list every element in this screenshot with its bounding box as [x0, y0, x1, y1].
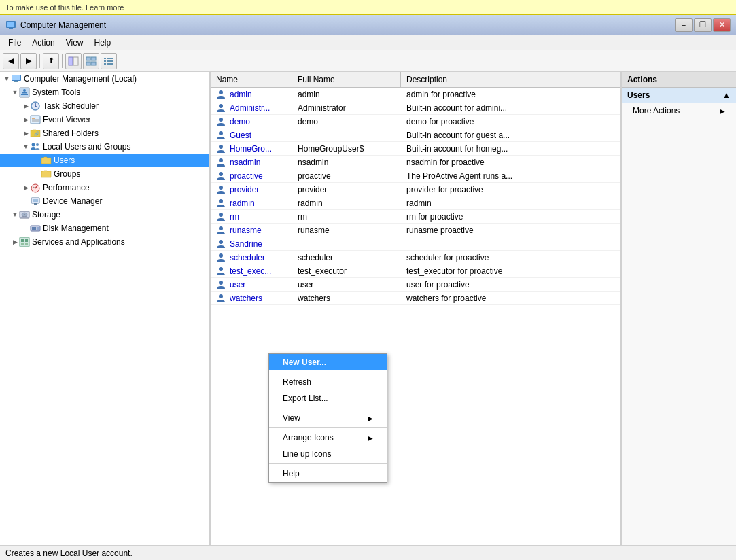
- list-cell-description: watchers for proactive: [401, 292, 620, 304]
- list-row[interactable]: GuestBuilt-in account for guest a...: [211, 128, 620, 142]
- list-cell-name: watchers: [211, 292, 292, 304]
- expand-performance[interactable]: ▶: [22, 183, 30, 192]
- context-menu-separator: [269, 372, 387, 372]
- list-row[interactable]: demodemodemo for proactive: [211, 115, 620, 128]
- list-row[interactable]: radminradminradmin: [211, 196, 620, 210]
- svg-rect-22: [22, 92, 27, 94]
- context-menu-item-label: Line up Icons: [283, 449, 331, 459]
- list-cell-name-text: nsadmin: [230, 158, 260, 167]
- tree-item-disk-management[interactable]: Disk Management: [0, 222, 209, 235]
- tree-item-local-users[interactable]: ▼ Local Users and Groups: [0, 140, 209, 154]
- svg-rect-10: [104, 58, 106, 59]
- tree-item-services-apps[interactable]: ▶ Services and Applications: [0, 235, 209, 249]
- list-row[interactable]: schedulerschedulerscheduler for proactiv…: [211, 251, 620, 264]
- context-menu-item-new-user[interactable]: New User...: [269, 354, 387, 370]
- list-row[interactable]: test_exec...test_executortest_executor f…: [211, 264, 620, 278]
- context-menu-item-line-up-icons[interactable]: Line up Icons: [269, 446, 387, 462]
- tree-item-root[interactable]: ▼ Computer Management (Local): [0, 72, 209, 86]
- list-cell-fullname: watchers: [292, 292, 401, 304]
- expand-task-scheduler[interactable]: ▶: [22, 102, 30, 110]
- tree-label-groups: Groups: [54, 169, 80, 179]
- expand-groups[interactable]: [33, 170, 41, 178]
- svg-point-63: [219, 253, 223, 258]
- back-button[interactable]: ◀: [3, 53, 19, 69]
- menu-file[interactable]: File: [3, 37, 27, 49]
- expand-users[interactable]: [33, 156, 41, 164]
- svg-point-57: [219, 172, 223, 176]
- expand-shared-folders[interactable]: ▶: [22, 129, 30, 137]
- list-row[interactable]: proactiveproactiveThe ProActive Agent ru…: [211, 169, 620, 183]
- list-row[interactable]: runasmerunasmerunasme proactive: [211, 224, 620, 237]
- svg-rect-6: [86, 57, 90, 60]
- list-cell-name: proactive: [211, 169, 292, 182]
- list-row[interactable]: Administr...AdministratorBuilt-in accoun…: [211, 101, 620, 115]
- view-button[interactable]: [83, 53, 99, 69]
- list-row[interactable]: Sandrine: [211, 237, 620, 251]
- menu-help[interactable]: Help: [89, 37, 117, 49]
- tree-item-event-viewer[interactable]: ▶ Event Viewer: [0, 113, 209, 126]
- col-header-desc[interactable]: Description: [401, 72, 620, 87]
- svg-rect-44: [32, 227, 36, 230]
- svg-point-55: [219, 145, 223, 149]
- expand-device-manager[interactable]: [22, 197, 30, 205]
- list-cell-description: provider for proactive: [401, 183, 620, 196]
- context-menu-item-help[interactable]: Help: [269, 466, 387, 482]
- list-row[interactable]: providerproviderprovider for proactive: [211, 183, 620, 196]
- restore-button[interactable]: ❐: [694, 18, 712, 32]
- expand-disk-management[interactable]: [22, 224, 30, 232]
- show-hide-button[interactable]: [65, 53, 82, 69]
- list-cell-name-text: watchers: [230, 294, 262, 303]
- context-menu-item-arrow: ▶: [368, 434, 373, 442]
- tree-item-task-scheduler[interactable]: ▶ Task Scheduler: [0, 99, 209, 113]
- list-row[interactable]: HomeGro...HomeGroupUser$Built-in account…: [211, 142, 620, 156]
- up-button[interactable]: ⬆: [43, 53, 59, 69]
- tree-label-event-viewer: Event Viewer: [43, 115, 90, 124]
- context-menu-item-view[interactable]: View▶: [269, 410, 387, 426]
- close-button[interactable]: ✕: [713, 18, 731, 32]
- expand-system-tools[interactable]: ▼: [11, 88, 19, 97]
- actions-header: Actions: [622, 72, 736, 88]
- expand-local-users[interactable]: ▼: [22, 143, 30, 151]
- actions-section-users[interactable]: Users ▲: [622, 88, 736, 103]
- expand-services-apps[interactable]: ▶: [11, 238, 19, 246]
- list-row[interactable]: nsadminnsadminnsadmin for proactive: [211, 156, 620, 169]
- actions-more-actions[interactable]: More Actions ▶: [622, 103, 736, 118]
- list-cell-name: runasme: [211, 224, 292, 237]
- expand-event-viewer[interactable]: ▶: [22, 116, 30, 124]
- menu-action[interactable]: Action: [27, 37, 60, 49]
- list-view-button[interactable]: [101, 53, 117, 69]
- minimize-button[interactable]: −: [675, 18, 693, 32]
- context-menu-item-export-list[interactable]: Export List...: [269, 390, 387, 406]
- menu-view[interactable]: View: [60, 37, 89, 49]
- col-header-fullname[interactable]: Full Name: [292, 72, 401, 87]
- svg-point-59: [219, 199, 223, 203]
- expand-root[interactable]: ▼: [3, 75, 11, 83]
- user-icon: [216, 211, 227, 222]
- list-row[interactable]: useruseruser for proactive: [211, 278, 620, 292]
- tree-item-groups[interactable]: Groups: [0, 167, 209, 181]
- tree-item-users[interactable]: Users: [0, 154, 209, 167]
- tree-item-shared-folders[interactable]: ▶ 🔗 Shared Folders: [0, 126, 209, 140]
- list-cell-name-text: radmin: [230, 198, 255, 208]
- forward-button[interactable]: ▶: [20, 53, 37, 69]
- list-cell-description: Built-in account for admini...: [401, 101, 620, 114]
- svg-point-54: [219, 131, 223, 135]
- expand-storage[interactable]: ▼: [11, 211, 19, 219]
- context-menu-item-arrange-icons[interactable]: Arrange Icons▶: [269, 430, 387, 446]
- context-menu-item-refresh[interactable]: Refresh: [269, 374, 387, 390]
- col-header-name[interactable]: Name: [211, 72, 292, 87]
- list-row[interactable]: watcherswatcherswatchers for proactive: [211, 292, 620, 305]
- tree-item-performance[interactable]: ▶ Performance: [0, 181, 209, 194]
- tree-item-device-manager[interactable]: Device Manager: [0, 194, 209, 208]
- tree-item-storage[interactable]: ▼ Storage: [0, 208, 209, 222]
- list-row[interactable]: rmrmrm for proactive: [211, 210, 620, 224]
- list-row[interactable]: adminadminadmin for proactive: [211, 88, 620, 101]
- window-title: Computer Management: [20, 20, 675, 30]
- tree-item-system-tools[interactable]: ▼ System Tools: [0, 86, 209, 99]
- svg-rect-39: [34, 203, 37, 205]
- list-cell-fullname: rm: [292, 210, 401, 223]
- window-controls: − ❐ ✕: [675, 18, 731, 32]
- title-bar: Computer Management − ❐ ✕: [0, 15, 736, 35]
- user-icon: [216, 89, 227, 100]
- context-menu-separator: [269, 463, 387, 464]
